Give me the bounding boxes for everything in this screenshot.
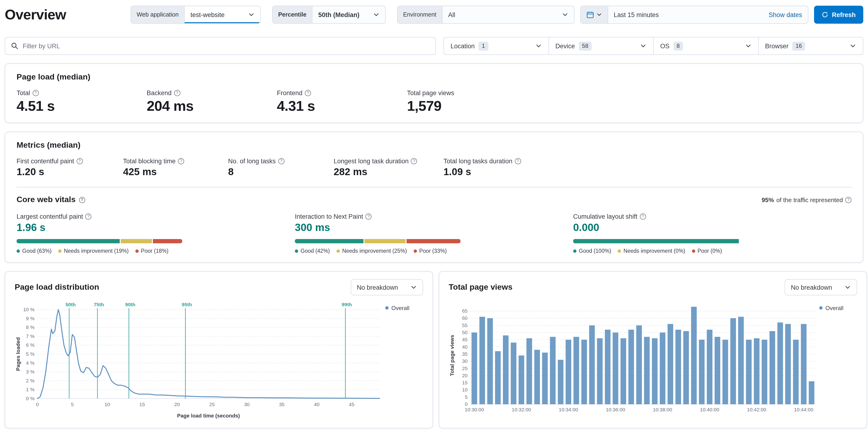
poor-legend-label: Poor (33%): [419, 248, 447, 254]
info-icon[interactable]: ?: [79, 197, 85, 203]
stat-frontend-label: Frontend: [277, 89, 303, 96]
good-segment: [295, 239, 364, 243]
refresh-button[interactable]: Refresh: [814, 6, 863, 24]
info-icon[interactable]: ?: [845, 197, 851, 203]
legend-dot-icon: [819, 306, 823, 309]
stat-total-tasks-duration-value: 1.09 s: [443, 166, 521, 178]
page-load-distribution-title: Page load distribution: [15, 283, 99, 292]
core-web-vitals-title: Core web vitals: [17, 195, 75, 205]
vital-lcp: Largest contentful paint? 1.96 s Good (6…: [17, 213, 295, 254]
svg-text:8 %: 8 %: [26, 324, 35, 330]
needs-improvement-dot-icon: [58, 249, 62, 253]
info-icon[interactable]: ?: [76, 158, 83, 164]
ux-overview-page: Overview Web application test-website Pe…: [0, 0, 868, 428]
info-icon[interactable]: ?: [411, 158, 417, 164]
good-legend-label: Good (63%): [22, 248, 52, 254]
svg-text:60: 60: [462, 315, 468, 321]
svg-text:15: 15: [462, 380, 468, 385]
header-controls: Web application test-website Percentile …: [130, 6, 863, 24]
svg-text:20: 20: [175, 402, 180, 407]
filter-os[interactable]: OS 8: [653, 37, 758, 54]
filter-browser-count: 16: [792, 41, 805, 51]
good-dot-icon: [295, 249, 298, 253]
svg-text:5 %: 5 %: [26, 351, 35, 357]
filter-os-count: 8: [673, 41, 683, 51]
info-icon[interactable]: ?: [174, 90, 180, 96]
poor-legend-label: Poor (18%): [141, 248, 168, 254]
svg-text:5: 5: [465, 394, 468, 400]
percentile-control: Percentile 50th (Median): [272, 6, 385, 24]
url-filter-input[interactable]: [23, 42, 430, 50]
svg-text:7 %: 7 %: [26, 333, 35, 339]
url-search-box: [5, 37, 436, 55]
info-icon[interactable]: ?: [278, 158, 284, 164]
filter-device[interactable]: Device 58: [548, 37, 653, 54]
stat-total-value: 4.51 s: [17, 98, 147, 114]
page-views-legend-item[interactable]: Overall: [819, 301, 857, 420]
page-views-breakdown-select[interactable]: No breakdown: [785, 279, 857, 295]
vital-inp-bar: [295, 239, 461, 243]
svg-text:95th: 95th: [182, 302, 192, 307]
stat-long-tasks: No. of long tasks? 8: [228, 158, 334, 178]
info-icon[interactable]: ?: [515, 158, 521, 164]
percentile-value: 50th (Median): [318, 11, 360, 18]
percentile-label: Percentile: [272, 6, 313, 23]
environment-select[interactable]: All: [442, 6, 574, 23]
show-dates-link[interactable]: Show dates: [763, 6, 808, 23]
info-icon[interactable]: ?: [86, 213, 92, 219]
svg-text:55: 55: [462, 323, 468, 328]
svg-text:50: 50: [462, 330, 468, 335]
environment-value: All: [448, 11, 455, 18]
good-segment: [573, 239, 739, 243]
traffic-percent: 95%: [762, 196, 774, 203]
svg-text:10:30:00: 10:30:00: [465, 407, 484, 412]
distribution-breakdown-select[interactable]: No breakdown: [351, 279, 423, 295]
vital-cls-bar: [573, 239, 739, 243]
info-icon[interactable]: ?: [365, 213, 372, 219]
poor-segment: [407, 239, 461, 243]
svg-text:10:36:00: 10:36:00: [606, 407, 625, 412]
stat-total-page-views: Total page views 1,579: [407, 89, 454, 114]
svg-text:10:42:00: 10:42:00: [747, 407, 767, 412]
vital-inp: Interaction to Next Paint? 300 ms Good (…: [295, 213, 573, 254]
time-range-value[interactable]: Last 15 minutes: [608, 6, 763, 23]
facet-filters: Location 1 Device 58 OS 8 Browser 16: [443, 37, 863, 55]
vital-lcp-value: 1.96 s: [17, 221, 295, 234]
legend-label: Overall: [392, 305, 409, 312]
core-web-vitals: Largest contentful paint? 1.96 s Good (6…: [17, 213, 851, 254]
svg-text:40: 40: [314, 402, 319, 407]
filter-browser[interactable]: Browser 16: [758, 37, 863, 54]
svg-text:45: 45: [462, 337, 468, 342]
needs-improvement-dot-icon: [618, 249, 621, 253]
info-icon[interactable]: ?: [305, 90, 311, 96]
svg-text:99th: 99th: [342, 302, 352, 307]
metrics-stats: First contentful paint? 1.20 s Total blo…: [17, 158, 851, 178]
chevron-down-icon: [849, 42, 856, 49]
web-application-control: Web application test-website: [130, 6, 260, 24]
total-page-views-chart: 0510152025303540455055606510:30:0010:32:…: [449, 301, 819, 420]
chevron-down-icon: [745, 42, 751, 49]
percentile-select[interactable]: 50th (Median): [313, 6, 385, 23]
filter-location[interactable]: Location 1: [444, 37, 548, 54]
svg-text:0: 0: [36, 402, 39, 407]
svg-text:2 %: 2 %: [26, 378, 35, 383]
core-web-vitals-header: Core web vitals ? 95% of the traffic rep…: [17, 195, 851, 205]
web-application-select[interactable]: test-website: [185, 6, 260, 23]
legend-label: Overall: [826, 305, 843, 312]
distribution-legend-item[interactable]: Overall: [385, 301, 423, 420]
info-icon[interactable]: ?: [178, 158, 184, 164]
svg-text:Total page views: Total page views: [449, 335, 455, 376]
stat-total-tasks-duration: Total long tasks duration? 1.09 s: [443, 158, 521, 178]
stat-long-tasks-label: No. of long tasks: [228, 158, 276, 165]
info-icon[interactable]: ?: [32, 90, 38, 96]
web-application-value: test-website: [190, 11, 224, 18]
stat-longest-task-label: Longest long task duration: [334, 158, 409, 165]
needs-improvement-legend-label: Needs improvement (0%): [624, 248, 685, 254]
info-icon[interactable]: ?: [640, 213, 646, 219]
filter-browser-label: Browser: [765, 42, 788, 50]
page-load-stats: Total? 4.51 s Backend? 204 ms Frontend? …: [17, 89, 851, 114]
vital-cls-label: Cumulative layout shift: [573, 213, 638, 220]
svg-text:40: 40: [462, 344, 468, 350]
stat-tbt-label: Total blocking time: [123, 158, 176, 165]
quick-select-menu[interactable]: [581, 6, 608, 23]
